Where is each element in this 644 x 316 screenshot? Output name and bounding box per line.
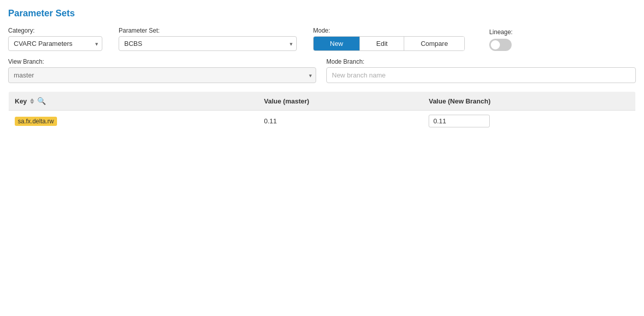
data-table: Key 🔍 Value (master) Value (New Branch) … (8, 91, 636, 132)
category-group: Category: CVARC Parameters (8, 27, 102, 51)
value-new-input[interactable] (429, 115, 490, 127)
key-column-label: Key (15, 97, 27, 105)
toggle-slider (489, 39, 512, 51)
mode-branch-group: Mode Branch: (326, 58, 636, 83)
parameter-set-select[interactable]: BCBS (119, 36, 297, 51)
lineage-label: Lineage: (489, 29, 513, 36)
mode-button-group: New Edit Compare (313, 36, 465, 51)
key-cell: sa.fx.delta.rw (15, 117, 57, 126)
controls-row: Category: CVARC Parameters Parameter Set… (8, 27, 636, 51)
mode-branch-label: Mode Branch: (326, 58, 636, 65)
category-select-wrapper: CVARC Parameters (8, 36, 102, 51)
view-branch-select-wrapper: master (8, 67, 316, 83)
mode-edit-button[interactable]: Edit (360, 37, 404, 50)
sort-up-icon (30, 98, 34, 101)
category-select[interactable]: CVARC Parameters (8, 36, 102, 51)
value-new-cell (423, 111, 635, 132)
parameter-set-group: Parameter Set: BCBS (119, 27, 297, 51)
th-value-new: Value (New Branch) (423, 92, 635, 111)
search-icon[interactable]: 🔍 (37, 97, 46, 105)
table-row: sa.fx.delta.rw 0.11 (9, 111, 636, 132)
table-header-row: Key 🔍 Value (master) Value (New Branch) (9, 92, 636, 111)
th-key: Key 🔍 (9, 92, 258, 111)
view-branch-group: View Branch: master (8, 58, 316, 83)
table-header: Key 🔍 Value (master) Value (New Branch) (9, 92, 636, 111)
key-cell-container: sa.fx.delta.rw (9, 111, 258, 132)
mode-label: Mode: (313, 27, 465, 34)
category-label: Category: (8, 27, 102, 34)
value-master-cell: 0.11 (258, 111, 423, 132)
branch-row: View Branch: master Mode Branch: (8, 58, 636, 83)
parameter-set-select-wrapper: BCBS (119, 36, 297, 51)
view-branch-label: View Branch: (8, 58, 316, 65)
mode-branch-input[interactable] (326, 67, 636, 83)
parameter-set-label: Parameter Set: (119, 27, 297, 34)
mode-group: Mode: New Edit Compare (313, 27, 465, 51)
lineage-toggle[interactable] (489, 39, 512, 51)
page-title: Parameter Sets (8, 8, 636, 19)
sort-down-icon (30, 101, 34, 104)
table-body: sa.fx.delta.rw 0.11 (9, 111, 636, 132)
mode-compare-button[interactable]: Compare (404, 37, 464, 50)
sort-icon[interactable] (30, 98, 34, 104)
th-value-master: Value (master) (258, 92, 423, 111)
lineage-group: Lineage: (489, 29, 513, 51)
view-branch-select[interactable]: master (8, 67, 316, 83)
mode-new-button[interactable]: New (314, 37, 360, 50)
